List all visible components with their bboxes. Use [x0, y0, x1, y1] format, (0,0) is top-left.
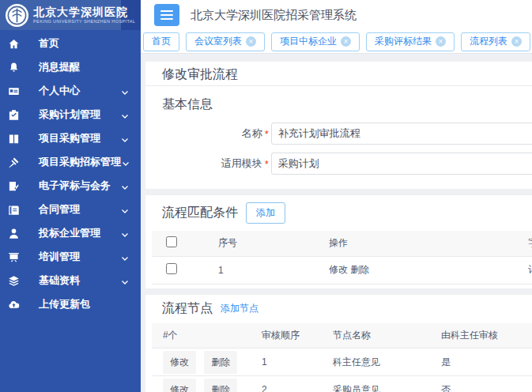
close-icon[interactable]: × [511, 36, 522, 47]
form-row-name: 名称 * [145, 122, 532, 145]
add-condition-button[interactable]: 添加 [246, 202, 285, 224]
column-header-actions: 操作 [318, 231, 517, 256]
hospital-logo: 北京大学深圳医院 PEKING UNIVERSITY SHENZHEN HOSP… [0, 0, 141, 30]
sidebar-item-procurement-plan[interactable]: 采购计划管理 [0, 103, 141, 126]
chevron-down-icon [120, 228, 130, 238]
form-row-module: 适用模块 * [145, 153, 532, 175]
name-input[interactable] [271, 122, 532, 145]
tab-process-list[interactable]: 流程列表 × [461, 32, 530, 51]
cell-seq: 1 [207, 256, 318, 284]
cell-order: 1 [251, 349, 322, 376]
cell-clipped: 计 [517, 256, 532, 284]
required-mark: * [265, 128, 269, 140]
table-header-row: #个 审核顺序 节点名称 由科主任审核 [152, 323, 532, 349]
sidebar-item-personal-center[interactable]: 个人中心 [0, 79, 141, 103]
sidebar-item-training-management[interactable]: 培训管理 [0, 245, 141, 269]
cell-order: 2 [251, 376, 322, 392]
sidebar-item-contract-management[interactable]: 合同管理 [0, 198, 141, 221]
module-label: 适用模块 [145, 156, 262, 171]
sidebar-item-upload-update[interactable]: 上传更新包 [0, 292, 141, 316]
module-input[interactable] [271, 153, 532, 175]
sidebar-item-project-procurement[interactable]: 项目采购管理 [0, 126, 141, 150]
sidebar-item-home[interactable]: 首页 [0, 32, 141, 55]
name-label: 名称 [145, 126, 262, 141]
layers-icon [8, 275, 20, 287]
sidebar: 北京大学深圳医院 PEKING UNIVERSITY SHENZHEN HOSP… [0, 0, 141, 392]
tab-meeting-room-list[interactable]: 会议室列表 × [186, 32, 265, 51]
cell-node-name: 采购员意见 [322, 376, 430, 392]
sidebar-item-bidder-management[interactable]: 投标企业管理 [0, 221, 141, 245]
column-header-order: 审核顺序 [251, 323, 322, 349]
cloud-upload-icon [8, 299, 20, 311]
section-title-basic-info: 基本信息 [145, 86, 532, 115]
chevron-down-icon [121, 157, 130, 167]
tab-evaluation-results[interactable]: 采购评标结果 × [366, 32, 455, 51]
document-edit-icon [8, 180, 20, 192]
hospital-name-en: PEKING UNIVERSITY SHENZHEN HOSPITAL [33, 19, 135, 24]
close-icon[interactable]: × [436, 36, 446, 47]
add-node-link[interactable]: 添加节点 [221, 302, 258, 315]
tab-home[interactable]: 首页 [143, 32, 179, 51]
select-all-checkbox[interactable] [166, 236, 177, 247]
chevron-down-icon [120, 86, 130, 96]
main-content: 修改审批流程 基本信息 名称 * 适用模块 * 流程匹配条件 添加 [141, 54, 532, 392]
open-tabs-bar: 首页 会议室列表 × 项目中标企业 × 采购评标结果 × 流程列表 × 流程 × [141, 30, 532, 54]
chevron-down-icon [120, 134, 130, 143]
gavel-icon [8, 156, 20, 168]
page-title: 修改审批流程 [145, 62, 532, 86]
cell-actions[interactable]: 修改 删除 [318, 256, 517, 284]
basic-info-card: 修改审批流程 基本信息 名称 * 适用模块 * [145, 62, 532, 189]
match-conditions-table: 序号 操作 字 1 修改 删除 计 [152, 231, 532, 285]
column-header-dept-head: 由科主任审核 [430, 323, 532, 349]
table-header-row: 序号 操作 字 [152, 231, 532, 256]
table-row: 修改 删除 2 采购员意见 否 [152, 376, 532, 392]
section-title-flow-nodes: 流程节点 [162, 300, 213, 317]
close-icon[interactable]: × [341, 36, 351, 47]
column-header-clipped: 字 [517, 231, 532, 256]
contract-icon [8, 204, 20, 216]
hospital-emblem-icon [5, 3, 29, 28]
column-header-name: 节点名称 [322, 323, 430, 349]
chevron-down-icon [120, 205, 130, 214]
edit-node-button[interactable]: 修改 [163, 379, 196, 392]
chevron-down-icon [120, 181, 130, 190]
match-conditions-card: 流程匹配条件 添加 序号 操作 字 1 修改 [145, 195, 532, 288]
book-icon [8, 133, 20, 145]
app-window: 北京大学深圳医院 PEKING UNIVERSITY SHENZHEN HOSP… [0, 0, 532, 392]
required-mark: * [265, 158, 269, 170]
sidebar-item-bidding-management[interactable]: 项目采购招标管理 [0, 150, 141, 174]
delete-node-button[interactable]: 删除 [204, 351, 237, 374]
hospital-name-cn: 北京大学深圳医院 [33, 6, 135, 18]
section-title-match-conditions: 流程匹配条件 [162, 205, 238, 221]
clipboard-check-icon [8, 109, 20, 121]
chevron-down-icon [120, 252, 130, 262]
person-icon [8, 228, 20, 239]
chevron-down-icon [120, 276, 130, 285]
presentation-icon [8, 251, 20, 263]
table-row: 1 修改 删除 计 [152, 256, 532, 284]
cell-dept-head: 否 [430, 376, 532, 392]
sidebar-item-messages[interactable]: 消息提醒 [0, 55, 141, 79]
column-header-seq: 序号 [207, 231, 318, 256]
sidebar-item-basic-data[interactable]: 基础资料 [0, 269, 141, 292]
home-icon [8, 38, 20, 50]
flow-nodes-card: 流程节点 添加节点 #个 审核顺序 节点名称 由科主任审核 修改 [145, 295, 532, 392]
sidebar-menu: 首页 消息提醒 个人中心 采购 [0, 30, 141, 316]
cell-dept-head: 是 [430, 349, 532, 376]
delete-node-button[interactable]: 删除 [204, 379, 237, 392]
flow-nodes-table: #个 审核顺序 节点名称 由科主任审核 修改 删除 1 科主任意见 [152, 323, 532, 392]
bell-icon [8, 62, 20, 74]
sidebar-toggle-button[interactable] [154, 4, 179, 26]
cell-node-name: 科主任意见 [322, 349, 430, 376]
column-header-index: #个 [152, 323, 251, 349]
sidebar-item-e-evaluation[interactable]: 电子评标与会务 [0, 174, 141, 198]
row-checkbox[interactable] [166, 263, 177, 274]
table-row: 修改 删除 1 科主任意见 是 [152, 349, 532, 376]
tab-winning-bidders[interactable]: 项目中标企业 × [271, 32, 360, 51]
app-title: 北京大学深圳医院招采管理系统 [191, 8, 357, 23]
chevron-down-icon [120, 110, 130, 119]
edit-node-button[interactable]: 修改 [163, 351, 196, 374]
top-header: 北京大学深圳医院招采管理系统 [141, 0, 532, 30]
close-icon[interactable]: × [246, 36, 256, 47]
id-card-icon [8, 85, 20, 97]
